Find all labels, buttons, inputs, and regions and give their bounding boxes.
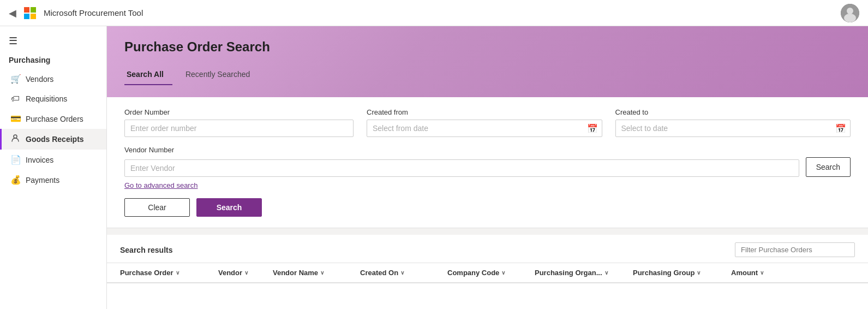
col-header-vendor-name[interactable]: Vendor Name ∨ [273,269,360,277]
svg-rect-3 [31,14,36,19]
vendor-row: Search [124,157,851,177]
tab-search-all[interactable]: Search All [124,66,172,85]
vendor-number-input[interactable] [124,159,799,177]
sort-icon-po: ∨ [176,270,179,276]
form-row-top: Order Number Created from 📅 Created to 📅 [124,108,851,137]
order-number-label: Order Number [124,108,354,116]
col-header-vendor[interactable]: Vendor ∨ [218,269,273,277]
goods-receipts-icon [10,134,20,145]
vendor-number-label: Vendor Number [124,146,851,154]
requisitions-icon: 🏷 [10,94,20,104]
svg-rect-0 [24,7,29,13]
created-to-group: Created to 📅 [615,108,851,137]
created-from-wrapper: 📅 [367,120,602,137]
svg-point-6 [844,14,856,22]
sidebar-label-vendors: Vendors [26,75,53,84]
form-button-row: Clear Search [124,198,851,217]
sort-icon-purchasing-org: ∨ [604,270,608,276]
table-header: Purchase Order ∨ Vendor ∨ Vendor Name ∨ … [107,263,868,283]
main-content: Purchase Order Search Search All Recentl… [107,26,868,309]
results-header: Search results [107,235,868,263]
app-name: Microsoft Procurement Tool [44,8,143,17]
sidebar-item-vendors[interactable]: 🛒 Vendors [0,69,106,89]
created-to-input[interactable] [615,120,851,137]
sidebar: ☰ Purchasing 🛒 Vendors 🏷 Requisitions 💳 … [0,26,107,309]
tab-bar: Search All Recently Searched [124,66,851,85]
page-header: Purchase Order Search Search All Recentl… [107,26,868,97]
sidebar-item-goods-receipts[interactable]: Goods Receipts [0,129,106,150]
sort-icon-company-code: ∨ [501,270,505,276]
created-to-label: Created to [615,108,851,116]
sidebar-section-title: Purchasing [0,54,106,69]
page-title: Purchase Order Search [124,39,851,55]
svg-rect-2 [24,14,29,19]
main-layout: ☰ Purchasing 🛒 Vendors 🏷 Requisitions 💳 … [0,26,868,309]
svg-point-5 [847,8,853,14]
order-number-group: Order Number [124,108,354,137]
col-header-company-code[interactable]: Company Code ∨ [447,269,535,277]
vendor-number-group: Vendor Number Search [124,146,851,177]
sidebar-label-requisitions: Requisitions [26,94,67,103]
svg-point-7 [14,135,17,138]
sidebar-label-goods-receipts: Goods Receipts [26,135,84,144]
svg-rect-1 [31,7,36,13]
sort-icon-amount: ∨ [760,270,764,276]
col-header-purchasing-org[interactable]: Purchasing Organ... ∨ [535,269,633,277]
col-header-po[interactable]: Purchase Order ∨ [120,269,218,277]
sidebar-item-requisitions[interactable]: 🏷 Requisitions [0,89,106,109]
created-from-group: Created from 📅 [367,108,602,137]
sidebar-label-payments: Payments [26,176,59,185]
invoices-icon: 📄 [10,154,20,165]
search-button[interactable]: Search [196,198,262,217]
sidebar-item-payments[interactable]: 💰 Payments [0,170,106,190]
sidebar-item-invoices[interactable]: 📄 Invoices [0,150,106,170]
col-header-created-on[interactable]: Created On ∨ [360,269,447,277]
sort-icon-vendor-name: ∨ [320,270,324,276]
user-avatar[interactable] [841,4,859,22]
results-title: Search results [120,246,173,254]
sidebar-item-purchase-orders[interactable]: 💳 Purchase Orders [0,109,106,129]
sidebar-label-purchase-orders: Purchase Orders [26,115,83,123]
microsoft-logo [24,7,36,19]
purchase-orders-icon: 💳 [10,114,20,124]
created-to-wrapper: 📅 [615,120,851,137]
hamburger-menu[interactable]: ☰ [0,31,106,54]
vendor-search-button[interactable]: Search [806,157,851,177]
payments-icon: 💰 [10,175,20,185]
filter-input[interactable] [735,242,855,257]
col-header-amount[interactable]: Amount ∨ [731,269,855,277]
clear-button[interactable]: Clear [124,198,190,217]
sort-icon-purchasing-group: ∨ [697,270,701,276]
created-from-label: Created from [367,108,602,116]
col-header-purchasing-group[interactable]: Purchasing Group ∨ [633,269,731,277]
sort-icon-vendor: ∨ [244,270,248,276]
sort-icon-created-on: ∨ [400,270,404,276]
order-number-input[interactable] [124,120,354,137]
created-from-input[interactable] [367,120,602,137]
vendors-icon: 🛒 [10,74,20,84]
back-button[interactable]: ◀ [9,7,16,19]
vendor-input-wrap [124,159,799,177]
advanced-search-link[interactable]: Go to advanced search [124,181,197,189]
results-area: Search results Purchase Order ∨ Vendor ∨… [107,235,868,309]
sidebar-label-invoices: Invoices [26,156,53,164]
topbar: ◀ Microsoft Procurement Tool [0,0,868,26]
search-form: Order Number Created from 📅 Created to 📅 [107,97,868,228]
tab-recently-searched[interactable]: Recently Searched [183,66,259,85]
